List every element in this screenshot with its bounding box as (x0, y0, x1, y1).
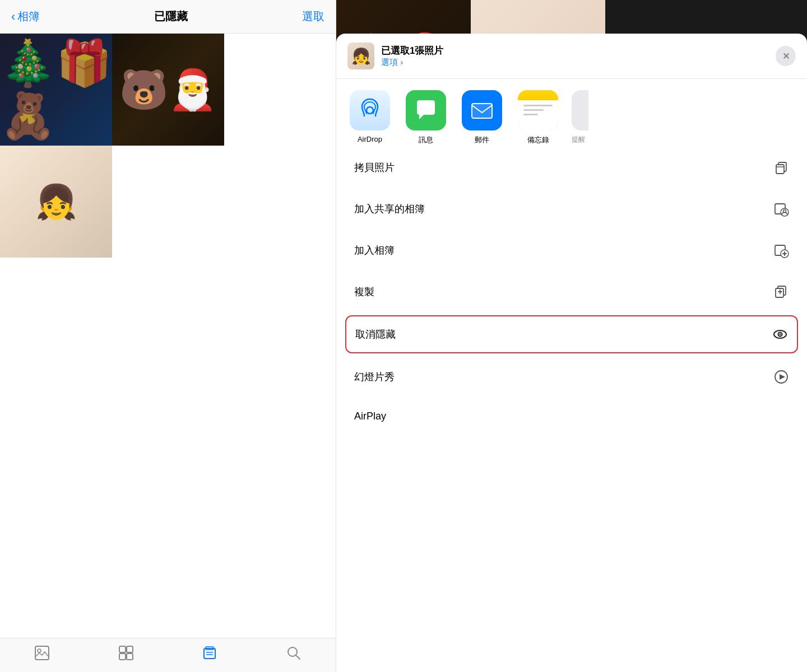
copy-photo-action[interactable]: 拷貝照片 (345, 150, 798, 185)
app-icon-partial[interactable]: 提醒 (572, 90, 588, 144)
svg-point-12 (367, 107, 373, 114)
airdrop-label: AirDrop (358, 135, 382, 143)
action-list: 拷貝照片 加入共享的相簿 (336, 150, 807, 672)
duplicate-label: 複製 (354, 285, 374, 298)
tab-for-you[interactable] (118, 645, 134, 661)
app-icon-messages[interactable]: 訊息 (404, 90, 448, 145)
add-album-label: 加入相簿 (354, 244, 395, 257)
close-button[interactable]: ✕ (776, 46, 796, 66)
duplicate-action[interactable]: 複製 (345, 274, 798, 310)
app-icons-row: AirDrop 訊息 (336, 79, 807, 150)
photo-cell[interactable]: 🐻🎅 (112, 34, 224, 146)
svg-point-1 (38, 649, 41, 652)
mail-label: 郵件 (475, 135, 489, 145)
svg-rect-0 (35, 646, 49, 660)
select-button[interactable]: 選取 (302, 9, 324, 24)
share-thumbnail: 👧 (347, 43, 374, 69)
shared-album-icon (773, 201, 789, 217)
slideshow-action[interactable]: 幻燈片秀 (345, 359, 798, 395)
app-icon-mail[interactable]: 郵件 (460, 90, 504, 145)
svg-rect-26 (776, 288, 783, 297)
svg-rect-5 (127, 654, 133, 660)
share-header: 👧 已選取1張照片 選項 › ✕ (336, 34, 807, 79)
duplicate-icon (773, 284, 789, 300)
play-icon (773, 369, 789, 385)
add-shared-album-action[interactable]: 加入共享的相簿 (345, 191, 798, 227)
svg-line-11 (296, 655, 300, 659)
options-link[interactable]: 選項 › (381, 57, 769, 68)
back-chevron-icon: ‹ (11, 10, 15, 24)
unhide-label: 取消隱藏 (355, 328, 396, 341)
airplay-action[interactable]: AirPlay (345, 400, 798, 432)
back-label: 相簿 (17, 9, 40, 24)
airplay-label: AirPlay (354, 410, 386, 422)
messages-icon-box (406, 90, 446, 130)
add-album-action[interactable]: 加入相簿 (345, 232, 798, 268)
share-title: 已選取1張照片 (381, 44, 769, 57)
messages-icon (414, 98, 438, 123)
partial-label: 提醒 (572, 135, 585, 144)
copy-icon (773, 160, 789, 175)
messages-label: 訊息 (419, 135, 433, 145)
app-icon-airdrop[interactable]: AirDrop (347, 90, 392, 143)
page-title: 已隱藏 (154, 9, 188, 24)
airdrop-icon (356, 97, 383, 124)
tab-albums[interactable] (202, 645, 217, 661)
svg-point-31 (780, 334, 781, 335)
share-sheet: 👧 已選取1張照片 選項 › ✕ AirDrop (336, 34, 807, 672)
slideshow-label: 幻燈片秀 (354, 370, 395, 384)
mail-icon (470, 98, 494, 123)
notes-icon-box (518, 90, 558, 130)
right-panel: 🐻🎅 👧 👧 已選取1張照片 選項 › ✕ (336, 0, 807, 672)
mail-icon-box (462, 90, 502, 130)
notes-label: 備忘錄 (527, 135, 549, 145)
svg-rect-2 (119, 646, 126, 652)
svg-rect-4 (119, 654, 126, 660)
copy-photo-label: 拷貝照片 (354, 161, 395, 174)
photo-decoration: 👧 (35, 182, 77, 222)
left-panel: ‹ 相簿 已隱藏 選取 🎄🎁🧸 🐻🎅 👧 (0, 0, 336, 672)
share-info: 已選取1張照片 選項 › (381, 44, 769, 68)
photo-grid: 🎄🎁🧸 🐻🎅 👧 (0, 34, 336, 258)
svg-rect-13 (472, 104, 492, 118)
photo-decoration: 🎄🎁🧸 (0, 37, 112, 142)
back-button[interactable]: ‹ 相簿 (11, 9, 40, 24)
svg-rect-3 (127, 646, 133, 652)
partial-icon-box (572, 90, 588, 130)
app-icon-notes[interactable]: 備忘錄 (516, 90, 560, 145)
tab-library[interactable] (34, 645, 50, 661)
add-album-icon (773, 242, 789, 258)
left-navigation-bar: ‹ 相簿 已隱藏 選取 (0, 0, 336, 34)
svg-rect-16 (776, 165, 784, 174)
airdrop-icon-box (350, 90, 390, 130)
unhide-action[interactable]: 取消隱藏 (345, 315, 798, 353)
bottom-tab-bar (0, 638, 336, 672)
thumb-decoration: 👧 (351, 47, 371, 66)
eye-icon (772, 326, 788, 342)
photo-cell[interactable]: 👧 (0, 146, 112, 258)
svg-marker-33 (780, 374, 785, 380)
photo-decoration: 🐻🎅 (119, 67, 217, 113)
photo-cell[interactable]: 🎄🎁🧸 (0, 34, 112, 146)
add-shared-album-label: 加入共享的相簿 (354, 202, 425, 216)
tab-search[interactable] (286, 645, 302, 661)
